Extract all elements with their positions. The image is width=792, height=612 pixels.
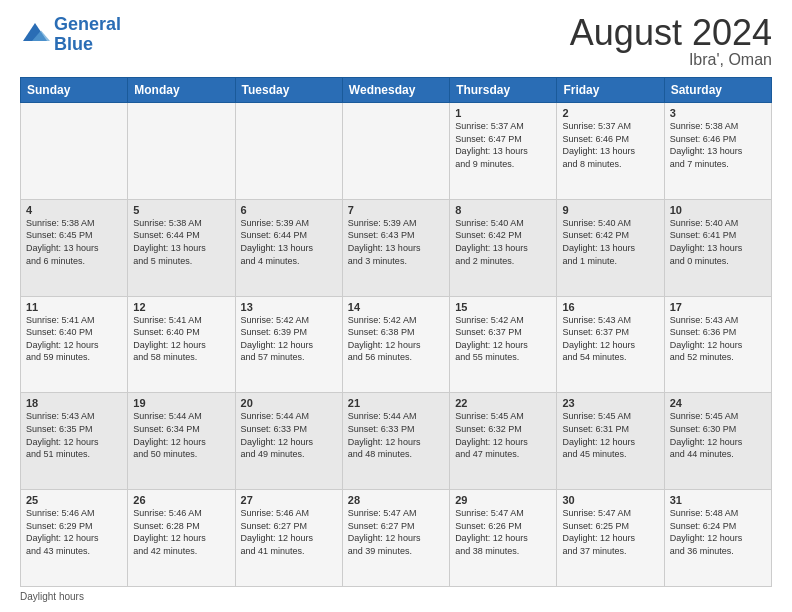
day-number: 31 [670,494,766,506]
calendar-cell: 11Sunrise: 5:41 AM Sunset: 6:40 PM Dayli… [21,296,128,393]
day-info: Sunrise: 5:41 AM Sunset: 6:40 PM Dayligh… [133,314,229,364]
day-number: 17 [670,301,766,313]
day-number: 9 [562,204,658,216]
day-number: 10 [670,204,766,216]
day-number: 3 [670,107,766,119]
day-number: 28 [348,494,444,506]
calendar-cell: 1Sunrise: 5:37 AM Sunset: 6:47 PM Daylig… [450,103,557,200]
calendar: SundayMondayTuesdayWednesdayThursdayFrid… [20,77,772,587]
calendar-cell: 28Sunrise: 5:47 AM Sunset: 6:27 PM Dayli… [342,490,449,587]
day-number: 2 [562,107,658,119]
week-row-2: 11Sunrise: 5:41 AM Sunset: 6:40 PM Dayli… [21,296,772,393]
day-number: 27 [241,494,337,506]
day-info: Sunrise: 5:38 AM Sunset: 6:46 PM Dayligh… [670,120,766,170]
day-number: 14 [348,301,444,313]
day-info: Sunrise: 5:40 AM Sunset: 6:42 PM Dayligh… [455,217,551,267]
day-info: Sunrise: 5:37 AM Sunset: 6:47 PM Dayligh… [455,120,551,170]
calendar-cell: 4Sunrise: 5:38 AM Sunset: 6:45 PM Daylig… [21,199,128,296]
header-day-thursday: Thursday [450,78,557,103]
calendar-cell [21,103,128,200]
calendar-cell [342,103,449,200]
day-number: 20 [241,397,337,409]
calendar-cell: 24Sunrise: 5:45 AM Sunset: 6:30 PM Dayli… [664,393,771,490]
day-number: 5 [133,204,229,216]
calendar-cell: 30Sunrise: 5:47 AM Sunset: 6:25 PM Dayli… [557,490,664,587]
calendar-cell: 18Sunrise: 5:43 AM Sunset: 6:35 PM Dayli… [21,393,128,490]
week-row-1: 4Sunrise: 5:38 AM Sunset: 6:45 PM Daylig… [21,199,772,296]
header-day-friday: Friday [557,78,664,103]
week-row-0: 1Sunrise: 5:37 AM Sunset: 6:47 PM Daylig… [21,103,772,200]
calendar-cell: 26Sunrise: 5:46 AM Sunset: 6:28 PM Dayli… [128,490,235,587]
calendar-cell: 16Sunrise: 5:43 AM Sunset: 6:37 PM Dayli… [557,296,664,393]
logo-icon [20,20,50,50]
calendar-cell: 2Sunrise: 5:37 AM Sunset: 6:46 PM Daylig… [557,103,664,200]
day-number: 16 [562,301,658,313]
day-info: Sunrise: 5:40 AM Sunset: 6:41 PM Dayligh… [670,217,766,267]
day-info: Sunrise: 5:47 AM Sunset: 6:27 PM Dayligh… [348,507,444,557]
header-day-tuesday: Tuesday [235,78,342,103]
day-info: Sunrise: 5:43 AM Sunset: 6:36 PM Dayligh… [670,314,766,364]
day-info: Sunrise: 5:43 AM Sunset: 6:37 PM Dayligh… [562,314,658,364]
calendar-cell: 14Sunrise: 5:42 AM Sunset: 6:38 PM Dayli… [342,296,449,393]
day-number: 30 [562,494,658,506]
day-number: 6 [241,204,337,216]
day-info: Sunrise: 5:42 AM Sunset: 6:37 PM Dayligh… [455,314,551,364]
header-day-saturday: Saturday [664,78,771,103]
day-info: Sunrise: 5:40 AM Sunset: 6:42 PM Dayligh… [562,217,658,267]
calendar-cell: 20Sunrise: 5:44 AM Sunset: 6:33 PM Dayli… [235,393,342,490]
day-info: Sunrise: 5:44 AM Sunset: 6:33 PM Dayligh… [348,410,444,460]
week-row-4: 25Sunrise: 5:46 AM Sunset: 6:29 PM Dayli… [21,490,772,587]
calendar-cell: 23Sunrise: 5:45 AM Sunset: 6:31 PM Dayli… [557,393,664,490]
calendar-cell: 17Sunrise: 5:43 AM Sunset: 6:36 PM Dayli… [664,296,771,393]
day-number: 13 [241,301,337,313]
day-info: Sunrise: 5:37 AM Sunset: 6:46 PM Dayligh… [562,120,658,170]
logo-line2: Blue [54,34,93,54]
day-info: Sunrise: 5:38 AM Sunset: 6:44 PM Dayligh… [133,217,229,267]
day-number: 1 [455,107,551,119]
day-number: 4 [26,204,122,216]
calendar-cell: 15Sunrise: 5:42 AM Sunset: 6:37 PM Dayli… [450,296,557,393]
day-number: 8 [455,204,551,216]
calendar-cell: 29Sunrise: 5:47 AM Sunset: 6:26 PM Dayli… [450,490,557,587]
header: General Blue August 2024 Ibra', Oman [20,15,772,69]
calendar-cell: 7Sunrise: 5:39 AM Sunset: 6:43 PM Daylig… [342,199,449,296]
calendar-cell: 9Sunrise: 5:40 AM Sunset: 6:42 PM Daylig… [557,199,664,296]
calendar-cell: 5Sunrise: 5:38 AM Sunset: 6:44 PM Daylig… [128,199,235,296]
month-title: August 2024 [570,15,772,51]
day-info: Sunrise: 5:42 AM Sunset: 6:39 PM Dayligh… [241,314,337,364]
day-info: Sunrise: 5:39 AM Sunset: 6:44 PM Dayligh… [241,217,337,267]
logo: General Blue [20,15,121,55]
day-number: 25 [26,494,122,506]
calendar-cell: 6Sunrise: 5:39 AM Sunset: 6:44 PM Daylig… [235,199,342,296]
day-number: 15 [455,301,551,313]
header-day-monday: Monday [128,78,235,103]
day-info: Sunrise: 5:46 AM Sunset: 6:27 PM Dayligh… [241,507,337,557]
day-info: Sunrise: 5:48 AM Sunset: 6:24 PM Dayligh… [670,507,766,557]
day-info: Sunrise: 5:45 AM Sunset: 6:32 PM Dayligh… [455,410,551,460]
day-info: Sunrise: 5:42 AM Sunset: 6:38 PM Dayligh… [348,314,444,364]
day-info: Sunrise: 5:47 AM Sunset: 6:25 PM Dayligh… [562,507,658,557]
day-info: Sunrise: 5:38 AM Sunset: 6:45 PM Dayligh… [26,217,122,267]
day-info: Sunrise: 5:47 AM Sunset: 6:26 PM Dayligh… [455,507,551,557]
day-number: 19 [133,397,229,409]
day-number: 26 [133,494,229,506]
page: General Blue August 2024 Ibra', Oman Sun… [0,0,792,612]
calendar-cell: 8Sunrise: 5:40 AM Sunset: 6:42 PM Daylig… [450,199,557,296]
calendar-cell: 21Sunrise: 5:44 AM Sunset: 6:33 PM Dayli… [342,393,449,490]
calendar-header: SundayMondayTuesdayWednesdayThursdayFrid… [21,78,772,103]
calendar-cell [235,103,342,200]
calendar-cell: 12Sunrise: 5:41 AM Sunset: 6:40 PM Dayli… [128,296,235,393]
calendar-cell: 25Sunrise: 5:46 AM Sunset: 6:29 PM Dayli… [21,490,128,587]
day-info: Sunrise: 5:43 AM Sunset: 6:35 PM Dayligh… [26,410,122,460]
header-day-sunday: Sunday [21,78,128,103]
calendar-cell [128,103,235,200]
calendar-cell: 19Sunrise: 5:44 AM Sunset: 6:34 PM Dayli… [128,393,235,490]
day-info: Sunrise: 5:44 AM Sunset: 6:34 PM Dayligh… [133,410,229,460]
calendar-body: 1Sunrise: 5:37 AM Sunset: 6:47 PM Daylig… [21,103,772,587]
location: Ibra', Oman [570,51,772,69]
logo-text: General Blue [54,15,121,55]
day-number: 7 [348,204,444,216]
day-info: Sunrise: 5:45 AM Sunset: 6:31 PM Dayligh… [562,410,658,460]
day-info: Sunrise: 5:46 AM Sunset: 6:29 PM Dayligh… [26,507,122,557]
day-number: 29 [455,494,551,506]
